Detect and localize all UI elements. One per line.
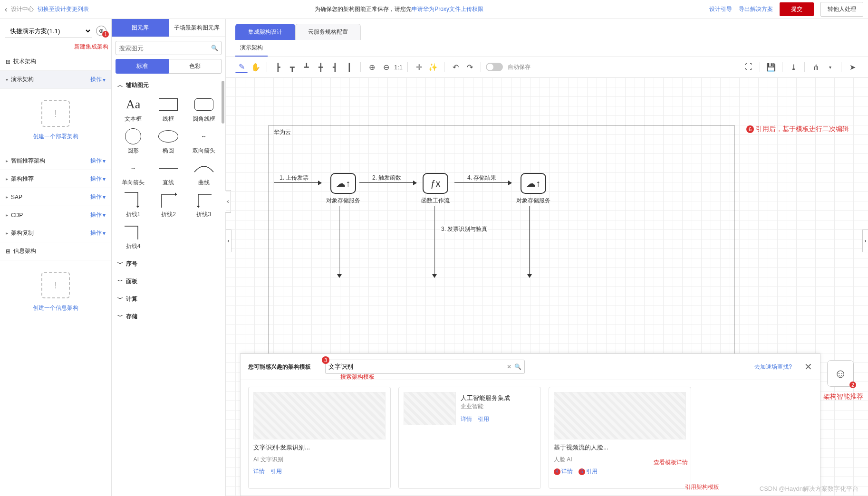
chevron-right-icon: ▸ (6, 158, 8, 163)
template-card[interactable]: 文字识别-发票识别... AI 文字识别 详情 引用 (248, 387, 391, 489)
go-market-link[interactable]: 去加速场查找? (754, 363, 792, 371)
align-right-icon[interactable]: ┫ (329, 61, 341, 73)
design-guide-link[interactable]: 设计引导 (709, 5, 732, 13)
shape-poly4[interactable]: 折线4 (116, 221, 151, 250)
shape-search-input[interactable] (119, 41, 211, 55)
share-icon[interactable]: ⋔ (810, 61, 822, 73)
clear-icon[interactable]: ✕ (507, 363, 511, 370)
zoom-in-icon[interactable]: ⊕ (366, 61, 378, 73)
nav-item-cdp[interactable]: ▸CDP 操作▾ (0, 206, 111, 224)
new-architecture-button[interactable]: ⊕ 1 (96, 26, 106, 36)
fullscreen-icon[interactable]: ⛶ (743, 61, 755, 73)
hand-icon[interactable]: ✋ (250, 61, 262, 73)
scrollbar[interactable] (222, 81, 224, 124)
nav-demo-arch[interactable]: ▾演示架构 操作▾ (0, 71, 111, 89)
canvas-frame[interactable]: 华为云 ☁↑ 对象存储服务 ƒx 函数工作流 ☁↑ 对象存储服务 1. 上传发票 (269, 125, 734, 362)
search-icon[interactable]: 🔍 (211, 45, 218, 51)
canvas[interactable]: ‹ › 6引用后，基于模板进行二次编辑 华为云 ☁↑ 对象存储服务 ƒx 函数工… (226, 77, 868, 496)
template-quote-link[interactable]: 5引用 (579, 467, 598, 476)
create-deploy-link[interactable]: 创建一个部署架构 (0, 133, 111, 141)
tab-shape-lib[interactable]: 图元库 (112, 19, 169, 37)
shape-roundrect[interactable]: 圆角线框 (186, 94, 222, 123)
node-fn[interactable]: ƒx 函数工作流 (421, 173, 450, 205)
search-icon[interactable]: 🔍 (514, 363, 521, 370)
autosave-label: 自动保存 (508, 63, 530, 71)
shape-text[interactable]: Aa文本框 (116, 94, 151, 123)
open-right-handle[interactable]: › (862, 229, 868, 252)
shape-curve[interactable]: 曲线 (186, 158, 222, 187)
project-select[interactable]: 快捷演示方案(1.1) (5, 24, 92, 38)
crosshair-icon[interactable]: ✛ (413, 61, 425, 73)
undo-icon[interactable]: ↶ (449, 61, 462, 73)
mode-standard[interactable]: 标准 (116, 59, 169, 74)
shape-poly3[interactable]: 折线3 (186, 190, 222, 219)
nav-item-copy[interactable]: ▸架构复制 操作▾ (0, 224, 111, 242)
zoom-out-icon[interactable]: ⊖ (380, 61, 392, 73)
nav-tech-arch[interactable]: ⊞技术架构 (0, 53, 111, 71)
nav-item-ops[interactable]: 操作▾ (90, 229, 106, 237)
template-quote-link[interactable]: 引用 (270, 467, 282, 476)
template-detail-link[interactable]: 详情 (461, 415, 472, 423)
nav-item-recommend[interactable]: ▸架构推荐 操作▾ (0, 170, 111, 188)
shape-circle[interactable]: 圆形 (116, 126, 151, 155)
subtab-demo-arch[interactable]: 演示架构 (235, 40, 268, 57)
nav-item-sap[interactable]: ▸SAP 操作▾ (0, 188, 111, 206)
shape-ellipse[interactable]: 椭圆 (151, 126, 186, 155)
cat-seq[interactable]: ﹀序号 (114, 255, 223, 273)
shape-rect[interactable]: 线框 (151, 94, 186, 123)
cat-compute[interactable]: ﹀计算 (114, 290, 223, 308)
zoom-ratio[interactable]: 1:1 (394, 61, 403, 73)
shape-poly2[interactable]: 折线2 (151, 190, 186, 219)
shape-arrow[interactable]: →单向箭头 (116, 158, 151, 187)
notice-link[interactable]: 申请华为Proxy文件上传权限 (412, 6, 483, 12)
align-left-icon[interactable]: ┣ (272, 61, 284, 73)
tab-cloud-spec[interactable]: 云服务规格配置 (295, 24, 361, 40)
send-icon[interactable]: ➤ (846, 61, 858, 73)
save-icon[interactable]: 💾 (765, 61, 777, 73)
nav-demo-ops[interactable]: 操作▾ (90, 76, 106, 84)
template-detail-link[interactable]: 详情 (253, 467, 265, 476)
nav-item-ops[interactable]: 操作▾ (90, 211, 106, 219)
chevron-right-icon: ▸ (6, 194, 8, 200)
shape-poly1[interactable]: 折线1 (116, 190, 151, 219)
tab-integration-design[interactable]: 集成架构设计 (235, 24, 295, 40)
node-obs-2[interactable]: ☁↑ 对象存储服务 (516, 173, 550, 205)
cat-storage[interactable]: ﹀存储 (114, 308, 223, 325)
back-icon[interactable]: ‹ (5, 5, 7, 14)
submit-button[interactable]: 提交 (780, 2, 814, 16)
node-obs-1[interactable]: ☁↑ 对象存储服务 (326, 173, 360, 205)
mode-color[interactable]: 色彩 (169, 59, 222, 74)
export-solution-link[interactable]: 导出解决方案 (739, 5, 773, 13)
magic-icon[interactable]: ✨ (427, 61, 439, 73)
template-search-input[interactable] (328, 360, 504, 373)
download-icon[interactable]: ⤓ (787, 61, 800, 73)
tab-subscene-lib[interactable]: 子场景架构图元库 (169, 19, 226, 37)
nav-item-ops[interactable]: 操作▾ (90, 193, 106, 201)
switch-change-list-link[interactable]: 切换至设计变更列表 (38, 5, 89, 13)
template-quote-link[interactable]: 引用 (478, 415, 489, 423)
shape-biarrow[interactable]: ↔双向箭头 (186, 126, 222, 155)
template-detail-link[interactable]: 4详情 (554, 467, 573, 476)
transfer-button[interactable]: 转他人处理 (820, 2, 863, 17)
nav-item-ops[interactable]: 操作▾ (90, 175, 106, 183)
ai-recommend-button[interactable]: ☺ 2 (827, 360, 854, 387)
align-vcenter-icon[interactable]: ┃ (343, 61, 356, 73)
shape-line[interactable]: 直线 (151, 158, 186, 187)
nav-info-arch[interactable]: ⊞信息架构 (0, 242, 111, 260)
chevron-down-icon[interactable]: ▾ (824, 61, 836, 73)
pencil-icon[interactable]: ✎ (235, 61, 248, 73)
align-top-icon[interactable]: ┳ (286, 61, 299, 73)
redo-icon[interactable]: ↷ (463, 61, 476, 73)
nav-item-ops[interactable]: 操作▾ (90, 157, 106, 165)
align-hcenter-icon[interactable]: ╋ (315, 61, 327, 73)
close-template-panel[interactable]: ✕ (804, 361, 812, 372)
template-card[interactable]: 人工智能服务集成 企业智能 详情 引用 (398, 387, 541, 489)
cat-panel[interactable]: ﹀面板 (114, 273, 223, 290)
template-card[interactable]: 基于视频流的人脸... 人脸 AI 查看模板详情 4详情 5引用 引用架构模板 (549, 387, 691, 489)
cat-aux-head[interactable]: ︿辅助图元 (114, 76, 223, 94)
open-left-handle[interactable]: ‹ (226, 229, 231, 252)
nav-item-smart[interactable]: ▸智能推荐架构 操作▾ (0, 152, 111, 170)
autosave-switch[interactable] (486, 63, 503, 71)
align-bottom-icon[interactable]: ┻ (300, 61, 313, 73)
create-info-link[interactable]: 创建一个信息架构 (0, 304, 111, 312)
